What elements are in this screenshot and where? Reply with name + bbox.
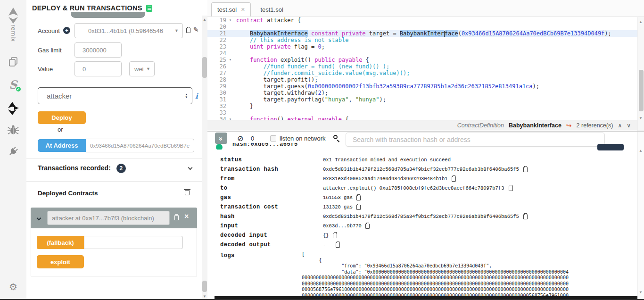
panel-title: DEPLOY & RUN TRANSACTIONS	[32, 4, 152, 12]
documentation-book-icon[interactable]	[146, 5, 152, 12]
expand-instance-chevron-icon[interactable]	[37, 216, 41, 220]
code-line-33[interactable]: 33	[207, 109, 637, 116]
previous-reference-icon[interactable]: ∧	[618, 122, 622, 129]
fold-arrow-icon[interactable]: ▾	[229, 17, 236, 24]
code-line-24[interactable]: 24	[207, 50, 637, 57]
copy-icon[interactable]	[523, 214, 528, 219]
scrollbar-thumb[interactable]	[202, 281, 207, 292]
collapse-chevron-icon[interactable]	[188, 166, 193, 170]
clear-instances-trash-icon[interactable]	[185, 190, 190, 195]
copy-icon[interactable]	[356, 195, 361, 200]
plugin-manager-icon[interactable]	[0, 146, 26, 157]
code-line-32[interactable]: 32 }	[207, 103, 637, 109]
or-label: or	[58, 126, 63, 133]
line-number: 30	[207, 90, 229, 96]
code-line-31[interactable]: 31 target.payforflag("hunya", "hunya");	[207, 96, 637, 103]
code-line-34[interactable]: 34▾ function() external payable {	[207, 116, 637, 120]
fallback-button[interactable]: (fallback)	[37, 236, 84, 249]
scroll-up-icon[interactable]: ▲	[202, 17, 207, 22]
tx-summary-hash: hash:0xdc5...a65f5	[232, 143, 298, 148]
at-address-input[interactable]: 0x93466d15A8706264Aa70edBCb69B7e	[86, 139, 194, 152]
file-explorer-icon[interactable]	[0, 57, 26, 67]
debug-button-cut[interactable]	[597, 144, 624, 150]
copy-icon[interactable]	[333, 233, 337, 238]
copy-icon[interactable]	[509, 186, 513, 191]
divider	[26, 158, 207, 159]
copy-account-icon[interactable]	[186, 28, 190, 33]
terminal-scrollbar[interactable]: ▲ ▼	[637, 132, 644, 300]
code-text: target.guess(0x0000000000002f13bfb32a593…	[236, 83, 637, 90]
code-line-22[interactable]: 22 // this address is not stable	[207, 37, 637, 43]
settings-icon[interactable]: ⚙	[0, 282, 26, 292]
copy-icon[interactable]	[365, 224, 370, 229]
info-icon[interactable]: i	[195, 92, 198, 100]
value-input[interactable]: 0	[74, 61, 122, 76]
code-line-30[interactable]: 30 target.withdraw(2);	[207, 90, 637, 96]
listen-on-network-checkbox[interactable]	[270, 135, 276, 142]
fold-arrow-icon[interactable]: ▾	[229, 57, 236, 63]
gas-limit-input[interactable]: 3000000	[74, 42, 122, 58]
fold-gutter	[229, 96, 236, 103]
tx-key: input	[220, 223, 239, 229]
code-line-19[interactable]: 19▾contract attacker {	[207, 17, 637, 24]
code-line-29[interactable]: 29 target.guess(0x0000000000002f13bfb32a…	[207, 83, 637, 90]
account-select[interactable]: 0x831...4b1b1 (0.59646546 ▼	[74, 23, 183, 38]
code-line-20[interactable]: 20	[207, 24, 637, 30]
tab-test-sol[interactable]: test.sol ×	[211, 2, 251, 17]
instance-title-field[interactable]: attacker at 0xa17...7b7f3 (blockchain)	[47, 211, 170, 225]
contract-select[interactable]: attacker ▴▾	[38, 87, 192, 104]
close-tab-icon[interactable]: ×	[241, 6, 245, 13]
edit-account-icon[interactable]: ✎	[193, 26, 199, 33]
expand-terminal-button[interactable]: »	[215, 133, 227, 144]
instance-body: (fallback) exploit	[31, 228, 197, 276]
tx-row-gas: gas161553 gas	[207, 193, 622, 202]
scroll-down-icon[interactable]: ▼	[638, 116, 644, 120]
fallback-input[interactable]	[84, 236, 183, 249]
copy-icon[interactable]	[523, 167, 528, 172]
code-text: //fund funder = fund( (new fund)() );	[236, 63, 637, 70]
scrollbar-thumb[interactable]	[639, 70, 644, 111]
clear-console-icon[interactable]: ⊘	[237, 134, 243, 143]
tab-test1-sol[interactable]: test1.sol	[255, 2, 289, 17]
code-line-28[interactable]: 28 target.profit();	[207, 76, 637, 83]
tx-summary-row-cut[interactable]: hash:0xdc5...a65f5	[216, 143, 480, 150]
deploy-button[interactable]: Deploy	[38, 111, 86, 124]
copy-icon[interactable]	[336, 242, 340, 248]
success-check-icon	[216, 144, 223, 150]
terminal-horizontal-scrollbar-thumb[interactable]	[215, 296, 637, 299]
code-line-25[interactable]: 25▾ function exploit() public payable {	[207, 57, 637, 63]
scroll-down-icon[interactable]: ▼	[638, 290, 644, 294]
debugger-icon[interactable]	[0, 125, 26, 135]
tx-value: 161553 gas	[323, 195, 353, 200]
code-line-27[interactable]: 27 //funder.commit_suicide.value(msg.val…	[207, 70, 637, 76]
editor-scrollbar[interactable]: ▲ ▼	[637, 17, 644, 131]
search-icon	[333, 135, 338, 139]
copy-instance-address-icon[interactable]	[174, 215, 179, 220]
contract-select-value: attacker	[47, 92, 72, 100]
value-unit-select[interactable]: wei ▼	[129, 61, 155, 76]
next-reference-icon[interactable]: ∨	[627, 122, 631, 129]
scroll-down-icon[interactable]: ▼	[202, 294, 207, 299]
close-instance-icon[interactable]: ×	[184, 212, 189, 221]
code-line-21[interactable]: 21 BabybankInterface constant private ta…	[207, 30, 637, 37]
scroll-up-icon[interactable]: ▲	[638, 149, 644, 153]
copy-icon[interactable]	[356, 205, 361, 210]
add-account-icon[interactable]: +	[63, 27, 70, 34]
fold-arrow-icon[interactable]: ▾	[229, 116, 236, 120]
copy-icon[interactable]	[452, 176, 456, 182]
scroll-up-icon[interactable]: ▲	[638, 20, 644, 24]
code-line-23[interactable]: 23 uint private flag = 0;	[207, 43, 637, 50]
at-address-button[interactable]: At Address	[38, 139, 86, 152]
instance-header[interactable]: attacker at 0xa17...7b7f3 (blockchain) ×	[31, 208, 197, 228]
deploy-and-run-icon[interactable]	[0, 102, 26, 115]
code-area[interactable]: 19▾contract attacker {2021 BabybankInter…	[207, 17, 637, 120]
scrollbar-thumb[interactable]	[202, 57, 207, 78]
exploit-button[interactable]: exploit	[37, 255, 84, 268]
updown-icon: ▴▾	[185, 93, 187, 99]
environment-dropdown-cut[interactable]	[71, 12, 145, 18]
goto-definition-icon[interactable]: ↪	[566, 122, 572, 129]
solidity-compiler-icon[interactable]: S✓	[0, 79, 26, 91]
panel-scrollbar[interactable]: ▲ ▼	[202, 16, 207, 300]
code-line-26[interactable]: 26 //fund funder = fund( (new fund)() );	[207, 63, 637, 70]
tx-value: attacker.exploit() 0xa1785f008ebf9fe62d3…	[323, 185, 504, 191]
